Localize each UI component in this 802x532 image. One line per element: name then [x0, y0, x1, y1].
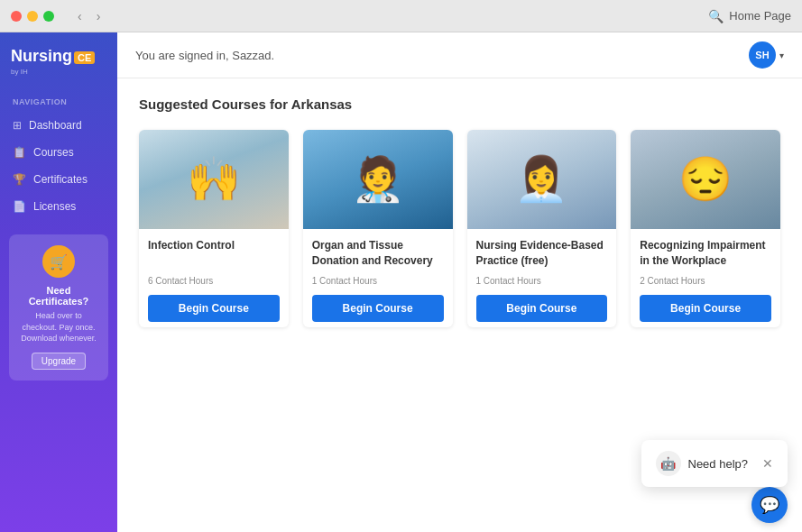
nav-section-label: NAVIGATION — [0, 87, 117, 112]
contact-hours-nursing-evidence: 1 Contact Hours — [476, 276, 608, 286]
courses-grid: 🙌 Infection Control 6 Contact Hours Begi… — [139, 130, 780, 327]
course-info-organ-donation: Organ and Tissue Donation and Recovery 1… — [303, 229, 453, 327]
logo-sub-text: by IH — [11, 68, 95, 76]
sidebar: NursingCE by IH NAVIGATION ⊞ Dashboard 📋… — [0, 32, 117, 532]
course-card-organ-donation: 🧑‍⚕️ Organ and Tissue Donation and Recov… — [303, 130, 453, 327]
courses-icon: 📋 — [13, 146, 26, 159]
sidebar-certificates-label: Certificates — [33, 173, 88, 186]
sidebar-item-courses[interactable]: 📋 Courses — [0, 139, 117, 166]
logo-nursing-text: Nursing — [11, 47, 72, 65]
top-bar: You are signed in, Sazzad. SH ▾ — [117, 32, 802, 78]
begin-course-button-recognizing-impairment[interactable]: Begin Course — [640, 295, 771, 322]
course-image-organ-donation: 🧑‍⚕️ — [303, 130, 453, 229]
promo-title: Need Certificates? — [20, 285, 97, 307]
signed-in-text: You are signed in, Sazzad. — [135, 49, 274, 62]
browser-nav-arrows: ‹ › — [74, 7, 104, 25]
sidebar-dashboard-label: Dashboard — [29, 119, 82, 132]
course-title-recognizing-impairment: Recognizing Impairment in the Workplace — [640, 238, 771, 269]
section-title: Suggested Courses for Arkansas — [139, 96, 780, 112]
begin-course-button-nursing-evidence[interactable]: Begin Course — [476, 295, 608, 322]
sidebar-courses-label: Courses — [33, 146, 74, 159]
nursing-image: 👩‍💼 — [467, 130, 617, 229]
impairment-image: 😔 — [631, 130, 780, 229]
user-avatar[interactable]: SH — [749, 41, 776, 69]
course-card-nursing-evidence: 👩‍💼 Nursing Evidence-Based Practice (fre… — [467, 130, 617, 327]
chat-launcher-button[interactable]: 💬 — [751, 487, 788, 523]
chat-widget: 🤖 Need help? ✕ — [641, 440, 788, 487]
course-card-infection-control: 🙌 Infection Control 6 Contact Hours Begi… — [139, 130, 289, 327]
window-chrome: ‹ › 🔍 Home Page — [0, 0, 802, 32]
sidebar-promo-block: 🛒 Need Certificates? Head over to checko… — [9, 234, 108, 381]
forward-button[interactable]: › — [93, 7, 105, 25]
contact-hours-organ-donation: 1 Contact Hours — [312, 276, 444, 286]
home-page-label: Home Page — [729, 9, 791, 23]
course-title-organ-donation: Organ and Tissue Donation and Recovery — [312, 238, 444, 269]
sidebar-licenses-label: Licenses — [33, 200, 76, 213]
begin-course-button-organ-donation[interactable]: Begin Course — [312, 295, 444, 322]
begin-course-button-infection-control[interactable]: Begin Course — [148, 295, 280, 322]
logo-ce-badge: CE — [74, 51, 95, 64]
sidebar-item-dashboard[interactable]: ⊞ Dashboard — [0, 112, 117, 139]
course-image-infection-control: 🙌 — [139, 130, 289, 229]
course-info-nursing-evidence: Nursing Evidence-Based Practice (free) 1… — [467, 229, 617, 327]
course-title-infection-control: Infection Control — [148, 238, 280, 269]
user-avatar-area[interactable]: SH ▾ — [749, 41, 784, 69]
promo-description: Head over to checkout. Pay once. Downloa… — [20, 310, 97, 344]
sidebar-logo: NursingCE by IH — [0, 32, 117, 87]
promo-cart-icon: 🛒 — [42, 245, 75, 278]
traffic-light-yellow[interactable] — [27, 11, 38, 22]
chat-close-button[interactable]: ✕ — [762, 456, 773, 471]
upgrade-button[interactable]: Upgrade — [32, 353, 86, 370]
back-button[interactable]: ‹ — [74, 7, 86, 25]
certificates-icon: 🏆 — [13, 173, 26, 186]
course-card-recognizing-impairment: 😔 Recognizing Impairment in the Workplac… — [631, 130, 780, 327]
course-image-nursing-evidence: 👩‍💼 — [467, 130, 617, 229]
course-info-infection-control: Infection Control 6 Contact Hours Begin … — [139, 229, 289, 327]
sidebar-item-licenses[interactable]: 📄 Licenses — [0, 193, 117, 220]
course-title-nursing-evidence: Nursing Evidence-Based Practice (free) — [476, 238, 608, 269]
course-info-recognizing-impairment: Recognizing Impairment in the Workplace … — [631, 229, 780, 327]
contact-hours-recognizing-impairment: 2 Contact Hours — [640, 276, 771, 286]
dashboard-icon: ⊞ — [13, 119, 22, 132]
infection-image: 🙌 — [139, 130, 289, 229]
traffic-light-red[interactable] — [11, 11, 22, 22]
chat-need-help-label: Need help? — [688, 457, 749, 471]
home-page-area: 🔍 Home Page — [708, 9, 791, 23]
organ-image: 🧑‍⚕️ — [303, 130, 453, 229]
chat-bot-icon: 🤖 — [656, 451, 681, 476]
sidebar-item-certificates[interactable]: 🏆 Certificates — [0, 166, 117, 193]
course-image-recognizing-impairment: 😔 — [631, 130, 780, 229]
contact-hours-infection-control: 6 Contact Hours — [148, 276, 280, 286]
licenses-icon: 📄 — [13, 200, 26, 213]
avatar-dropdown-arrow[interactable]: ▾ — [779, 50, 784, 60]
browser-search-icon: 🔍 — [708, 9, 724, 23]
traffic-light-green[interactable] — [43, 11, 54, 22]
